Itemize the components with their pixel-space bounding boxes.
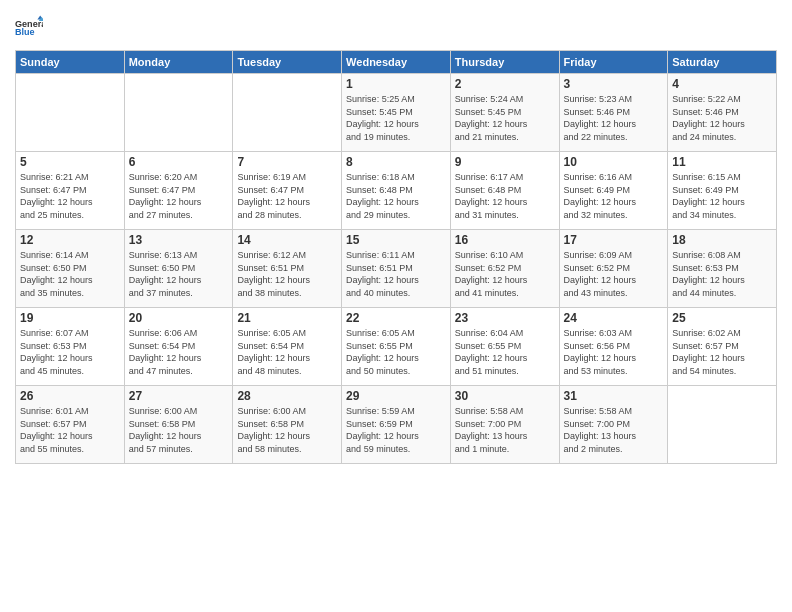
day-number: 29	[346, 389, 446, 403]
calendar-cell: 4Sunrise: 5:22 AM Sunset: 5:46 PM Daylig…	[668, 74, 777, 152]
logo-icon: General Blue	[15, 14, 43, 42]
day-number: 24	[564, 311, 664, 325]
day-info: Sunrise: 6:04 AM Sunset: 6:55 PM Dayligh…	[455, 327, 555, 377]
day-number: 21	[237, 311, 337, 325]
day-info: Sunrise: 6:13 AM Sunset: 6:50 PM Dayligh…	[129, 249, 229, 299]
week-row: 12Sunrise: 6:14 AM Sunset: 6:50 PM Dayli…	[16, 230, 777, 308]
calendar-table: SundayMondayTuesdayWednesdayThursdayFrid…	[15, 50, 777, 464]
calendar-cell: 13Sunrise: 6:13 AM Sunset: 6:50 PM Dayli…	[124, 230, 233, 308]
day-info: Sunrise: 6:09 AM Sunset: 6:52 PM Dayligh…	[564, 249, 664, 299]
header-day: Monday	[124, 51, 233, 74]
logo: General Blue	[15, 14, 45, 42]
calendar-cell: 3Sunrise: 5:23 AM Sunset: 5:46 PM Daylig…	[559, 74, 668, 152]
calendar-cell: 6Sunrise: 6:20 AM Sunset: 6:47 PM Daylig…	[124, 152, 233, 230]
week-row: 1Sunrise: 5:25 AM Sunset: 5:45 PM Daylig…	[16, 74, 777, 152]
week-row: 19Sunrise: 6:07 AM Sunset: 6:53 PM Dayli…	[16, 308, 777, 386]
day-info: Sunrise: 5:25 AM Sunset: 5:45 PM Dayligh…	[346, 93, 446, 143]
day-number: 10	[564, 155, 664, 169]
calendar-cell: 31Sunrise: 5:58 AM Sunset: 7:00 PM Dayli…	[559, 386, 668, 464]
svg-text:Blue: Blue	[15, 27, 35, 37]
day-number: 30	[455, 389, 555, 403]
calendar-cell	[16, 74, 125, 152]
day-info: Sunrise: 5:59 AM Sunset: 6:59 PM Dayligh…	[346, 405, 446, 455]
day-info: Sunrise: 6:16 AM Sunset: 6:49 PM Dayligh…	[564, 171, 664, 221]
day-number: 25	[672, 311, 772, 325]
day-number: 31	[564, 389, 664, 403]
calendar-cell	[233, 74, 342, 152]
day-info: Sunrise: 6:02 AM Sunset: 6:57 PM Dayligh…	[672, 327, 772, 377]
day-number: 4	[672, 77, 772, 91]
day-info: Sunrise: 6:21 AM Sunset: 6:47 PM Dayligh…	[20, 171, 120, 221]
day-number: 6	[129, 155, 229, 169]
day-info: Sunrise: 6:14 AM Sunset: 6:50 PM Dayligh…	[20, 249, 120, 299]
day-info: Sunrise: 6:17 AM Sunset: 6:48 PM Dayligh…	[455, 171, 555, 221]
header-day: Sunday	[16, 51, 125, 74]
calendar-cell: 14Sunrise: 6:12 AM Sunset: 6:51 PM Dayli…	[233, 230, 342, 308]
calendar-cell: 9Sunrise: 6:17 AM Sunset: 6:48 PM Daylig…	[450, 152, 559, 230]
day-info: Sunrise: 6:10 AM Sunset: 6:52 PM Dayligh…	[455, 249, 555, 299]
day-info: Sunrise: 6:06 AM Sunset: 6:54 PM Dayligh…	[129, 327, 229, 377]
day-number: 7	[237, 155, 337, 169]
calendar-cell: 27Sunrise: 6:00 AM Sunset: 6:58 PM Dayli…	[124, 386, 233, 464]
header-day: Tuesday	[233, 51, 342, 74]
day-number: 18	[672, 233, 772, 247]
calendar-cell: 25Sunrise: 6:02 AM Sunset: 6:57 PM Dayli…	[668, 308, 777, 386]
day-number: 13	[129, 233, 229, 247]
day-number: 9	[455, 155, 555, 169]
day-info: Sunrise: 6:15 AM Sunset: 6:49 PM Dayligh…	[672, 171, 772, 221]
day-number: 1	[346, 77, 446, 91]
calendar-cell: 18Sunrise: 6:08 AM Sunset: 6:53 PM Dayli…	[668, 230, 777, 308]
header-day: Friday	[559, 51, 668, 74]
calendar-cell: 11Sunrise: 6:15 AM Sunset: 6:49 PM Dayli…	[668, 152, 777, 230]
day-number: 23	[455, 311, 555, 325]
calendar-cell: 24Sunrise: 6:03 AM Sunset: 6:56 PM Dayli…	[559, 308, 668, 386]
calendar-cell: 10Sunrise: 6:16 AM Sunset: 6:49 PM Dayli…	[559, 152, 668, 230]
day-number: 17	[564, 233, 664, 247]
day-number: 22	[346, 311, 446, 325]
day-number: 12	[20, 233, 120, 247]
day-info: Sunrise: 5:23 AM Sunset: 5:46 PM Dayligh…	[564, 93, 664, 143]
calendar-header: General Blue	[15, 10, 777, 42]
calendar-cell: 15Sunrise: 6:11 AM Sunset: 6:51 PM Dayli…	[342, 230, 451, 308]
day-info: Sunrise: 6:00 AM Sunset: 6:58 PM Dayligh…	[237, 405, 337, 455]
day-number: 28	[237, 389, 337, 403]
day-info: Sunrise: 6:19 AM Sunset: 6:47 PM Dayligh…	[237, 171, 337, 221]
calendar-cell: 20Sunrise: 6:06 AM Sunset: 6:54 PM Dayli…	[124, 308, 233, 386]
header-row: SundayMondayTuesdayWednesdayThursdayFrid…	[16, 51, 777, 74]
calendar-cell: 16Sunrise: 6:10 AM Sunset: 6:52 PM Dayli…	[450, 230, 559, 308]
day-info: Sunrise: 5:22 AM Sunset: 5:46 PM Dayligh…	[672, 93, 772, 143]
day-info: Sunrise: 6:05 AM Sunset: 6:55 PM Dayligh…	[346, 327, 446, 377]
day-info: Sunrise: 6:20 AM Sunset: 6:47 PM Dayligh…	[129, 171, 229, 221]
header-day: Thursday	[450, 51, 559, 74]
calendar-cell: 8Sunrise: 6:18 AM Sunset: 6:48 PM Daylig…	[342, 152, 451, 230]
day-number: 26	[20, 389, 120, 403]
calendar-cell: 1Sunrise: 5:25 AM Sunset: 5:45 PM Daylig…	[342, 74, 451, 152]
calendar-cell: 30Sunrise: 5:58 AM Sunset: 7:00 PM Dayli…	[450, 386, 559, 464]
day-number: 20	[129, 311, 229, 325]
day-number: 16	[455, 233, 555, 247]
day-info: Sunrise: 6:03 AM Sunset: 6:56 PM Dayligh…	[564, 327, 664, 377]
day-number: 27	[129, 389, 229, 403]
week-row: 5Sunrise: 6:21 AM Sunset: 6:47 PM Daylig…	[16, 152, 777, 230]
day-number: 19	[20, 311, 120, 325]
calendar-cell: 28Sunrise: 6:00 AM Sunset: 6:58 PM Dayli…	[233, 386, 342, 464]
day-info: Sunrise: 6:05 AM Sunset: 6:54 PM Dayligh…	[237, 327, 337, 377]
calendar-cell	[668, 386, 777, 464]
calendar-container: General Blue SundayMondayTuesdayWednesda…	[0, 0, 792, 612]
day-number: 14	[237, 233, 337, 247]
day-info: Sunrise: 6:18 AM Sunset: 6:48 PM Dayligh…	[346, 171, 446, 221]
day-number: 15	[346, 233, 446, 247]
calendar-cell: 7Sunrise: 6:19 AM Sunset: 6:47 PM Daylig…	[233, 152, 342, 230]
calendar-cell: 17Sunrise: 6:09 AM Sunset: 6:52 PM Dayli…	[559, 230, 668, 308]
calendar-cell: 29Sunrise: 5:59 AM Sunset: 6:59 PM Dayli…	[342, 386, 451, 464]
calendar-cell: 26Sunrise: 6:01 AM Sunset: 6:57 PM Dayli…	[16, 386, 125, 464]
header-day: Wednesday	[342, 51, 451, 74]
day-info: Sunrise: 6:12 AM Sunset: 6:51 PM Dayligh…	[237, 249, 337, 299]
day-info: Sunrise: 6:11 AM Sunset: 6:51 PM Dayligh…	[346, 249, 446, 299]
day-info: Sunrise: 6:07 AM Sunset: 6:53 PM Dayligh…	[20, 327, 120, 377]
day-number: 8	[346, 155, 446, 169]
week-row: 26Sunrise: 6:01 AM Sunset: 6:57 PM Dayli…	[16, 386, 777, 464]
day-info: Sunrise: 6:01 AM Sunset: 6:57 PM Dayligh…	[20, 405, 120, 455]
day-number: 3	[564, 77, 664, 91]
day-number: 11	[672, 155, 772, 169]
